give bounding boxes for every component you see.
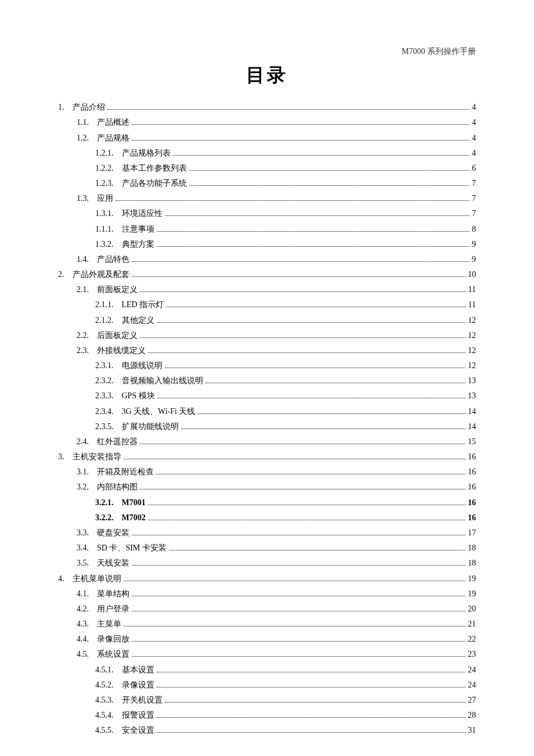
toc-entry[interactable]: 4.主机菜单说明19 [58, 571, 476, 586]
toc-entry-label: 天线安装 [97, 556, 129, 570]
toc-entry[interactable]: 1.产品介绍4 [58, 100, 476, 115]
toc-entry[interactable]: 3.5.天线安装18 [58, 556, 476, 571]
toc-leader-dots [189, 185, 470, 186]
toc-leader-dots [140, 444, 466, 444]
toc-entry[interactable]: 4.5.系统设置23 [58, 647, 476, 662]
toc-entry-number: 3.2.1. [95, 496, 114, 510]
toc-entry-label: 录像设置 [122, 678, 154, 692]
toc-leader-dots [132, 124, 470, 125]
toc-entry[interactable]: 2.3.4.3G 天线、Wi-Fi 天线14 [58, 404, 476, 419]
toc-entry-page: 4 [471, 146, 476, 160]
toc-entry[interactable]: 4.5.4.报警设置28 [58, 708, 476, 723]
toc-leader-dots [205, 383, 466, 383]
toc-entry[interactable]: 1.2.1.产品规格列表4 [58, 146, 476, 161]
toc-entry-label: 菜单结构 [97, 587, 129, 601]
toc-entry[interactable]: 2.1.前面板定义11 [58, 282, 476, 297]
toc-entry[interactable]: 4.2.用户登录20 [58, 602, 476, 617]
toc-entry-number: 3.4. [77, 541, 89, 555]
toc-entry[interactable]: 1.2.产品规格4 [58, 130, 476, 145]
toc-entry-page: 7 [471, 192, 476, 206]
toc-entry-page: 20 [467, 602, 476, 616]
toc-entry-page: 12 [467, 314, 476, 327]
toc-entry-label: M7001 [122, 496, 146, 510]
toc-entry[interactable]: 1.2.3.产品各功能子系统7 [58, 176, 476, 191]
toc-entry-number: 4.5. [77, 647, 89, 661]
toc-entry-number: 2.3.4. [95, 405, 114, 419]
toc-entry[interactable]: 3.2.内部结构图16 [58, 480, 476, 495]
toc-entry[interactable]: 4.1.菜单结构19 [58, 586, 476, 602]
toc-entry[interactable]: 1.1.产品概述4 [58, 115, 476, 130]
toc-entry-number: 3.5. [77, 556, 89, 570]
toc-entry[interactable]: 1.4.产品特色9 [58, 252, 476, 267]
toc-entry[interactable]: 1.3.2.典型方案9 [58, 237, 476, 252]
toc-entry-page: 12 [467, 344, 476, 358]
toc-entry-number: 2.4. [77, 435, 89, 449]
toc-entry-number: 2.3.2. [95, 374, 114, 388]
toc-entry[interactable]: 3.4.SD 卡、SIM 卡安装18 [58, 541, 476, 556]
toc-entry-number: 3.2.2. [95, 511, 114, 525]
toc-entry-page: 9 [471, 253, 476, 267]
toc-entry-number: 4.5.2. [95, 678, 114, 692]
toc-entry-label: LED 指示灯 [122, 298, 164, 312]
toc-entry-number: 2.1. [77, 283, 89, 297]
toc-entry-label: 后面板定义 [97, 329, 138, 343]
toc-entry-page: 24 [467, 663, 476, 677]
toc-entry-label: 用户登录 [97, 602, 129, 616]
toc-entry[interactable]: 1.1.1.注意事项8 [58, 221, 476, 236]
toc-entry-label: 3G 天线、Wi-Fi 天线 [122, 405, 196, 419]
toc-entry[interactable]: 2.3.2.音视频输入输出线说明13 [58, 373, 476, 388]
toc-entry[interactable]: 1.3.应用7 [58, 191, 476, 206]
toc-entry[interactable]: 4.5.3.开关机设置27 [58, 693, 476, 708]
toc-entry[interactable]: 4.4.录像回放22 [58, 632, 476, 647]
toc-entry-page: 11 [467, 283, 476, 297]
toc-entry[interactable]: 1.3.1.环境适应性7 [58, 206, 476, 221]
toc-entry-label: 其他定义 [122, 314, 154, 327]
toc-entry[interactable]: 1.2.2.基本工作参数列表6 [58, 161, 476, 176]
toc-entry-number: 2.3. [77, 344, 89, 358]
toc-entry[interactable]: 4.5.1.基本设置24 [58, 662, 476, 677]
toc-entry[interactable]: 2.产品外观及配套10 [58, 267, 476, 282]
toc-entry[interactable]: 3.3.硬盘安装17 [58, 525, 476, 541]
toc-entry[interactable]: 4.5.5.安全设置31 [58, 723, 476, 738]
toc-entry-page: 16 [467, 496, 476, 510]
toc-entry[interactable]: 2.2.后面板定义12 [58, 328, 476, 343]
toc-leader-dots [157, 672, 466, 672]
toc-leader-dots [124, 581, 466, 581]
toc-entry-page: 28 [467, 708, 476, 722]
toc-entry[interactable]: 2.1.2.其他定义12 [58, 312, 476, 327]
toc-entry[interactable]: 2.3.5.扩展功能线说明14 [58, 419, 476, 434]
toc-leader-dots [157, 231, 470, 232]
toc-entry[interactable]: 2.3.3.GPS 模块13 [58, 388, 476, 404]
toc-entry[interactable]: 2.3.1.电源线说明12 [58, 358, 476, 373]
toc-entry[interactable]: 3.主机安装指导16 [58, 449, 476, 465]
toc-entry[interactable]: 2.4.红外遥控器15 [58, 434, 476, 449]
toc-leader-dots [189, 170, 470, 171]
toc-leader-dots [140, 337, 466, 338]
toc-entry-number: 2.3.1. [95, 359, 114, 373]
toc-entry-page: 16 [467, 450, 476, 464]
toc-entry-label: GPS 模块 [122, 389, 155, 403]
toc-entry-page: 8 [471, 222, 476, 236]
toc-entry[interactable]: 3.1.开箱及附近检查16 [58, 465, 476, 480]
toc-entry-label: 音视频输入输出线说明 [122, 374, 203, 388]
toc-entry-label: 主菜单 [97, 617, 121, 631]
toc-entry[interactable]: 2.3.外接线缆定义12 [58, 343, 476, 358]
toc-entry[interactable]: 2.1.1.LED 指示灯11 [58, 297, 476, 312]
toc-entry-page: 4 [471, 116, 476, 129]
toc-entry-number: 1.2.1. [95, 146, 114, 160]
toc-leader-dots [140, 489, 466, 489]
toc-entry-label: 报警设置 [122, 708, 154, 722]
toc-entry[interactable]: 3.2.1.M700116 [58, 495, 476, 510]
toc-entry-label: 开箱及附近检查 [97, 465, 154, 479]
toc-leader-dots [132, 140, 470, 141]
toc-leader-dots [132, 565, 466, 566]
toc-entry[interactable]: 3.2.2.M700216 [58, 510, 476, 525]
toc-entry-label: 扩展功能线说明 [122, 420, 179, 434]
toc-entry-page: 18 [467, 556, 476, 570]
toc-entry[interactable]: 4.5.2.录像设置24 [58, 678, 476, 693]
toc-leader-dots [165, 215, 470, 216]
toc-entry-number: 2.2. [77, 329, 89, 343]
toc-entry-page: 4 [471, 100, 476, 114]
toc-entry-number: 2.1.1. [95, 298, 114, 312]
toc-entry[interactable]: 4.3.主菜单21 [58, 617, 476, 632]
